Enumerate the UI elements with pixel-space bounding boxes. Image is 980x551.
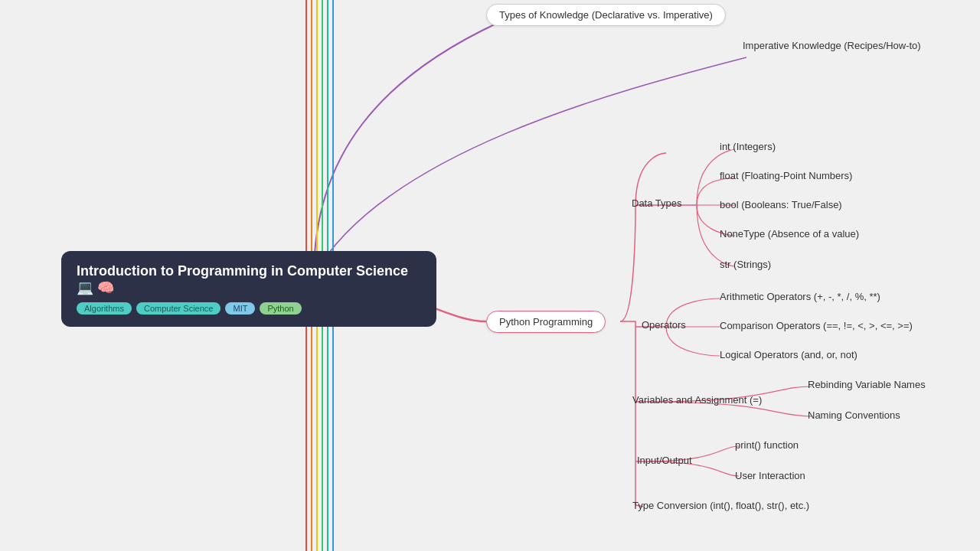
arithmetic-label: Arithmetic Operators (+, -, *, /, %, **): [720, 291, 880, 302]
naming-label: Naming Conventions: [808, 409, 900, 421]
int-node[interactable]: int (Integers): [720, 139, 776, 153]
python-programming-box: Python Programming: [486, 311, 606, 333]
python-programming-label: Python Programming: [499, 316, 593, 328]
float-node[interactable]: float (Floating-Point Numbers): [720, 168, 852, 182]
tag-container: Algorithms Computer Science MIT Python: [77, 302, 421, 315]
python-programming-node[interactable]: Python Programming: [486, 311, 606, 333]
rebinding-node[interactable]: Rebinding Variable Names: [808, 377, 926, 391]
operators-node[interactable]: Operators: [642, 318, 686, 331]
logical-label: Logical Operators (and, or, not): [720, 349, 858, 360]
nonetype-node[interactable]: NoneType (Absence of a value): [720, 227, 859, 240]
operators-label: Operators: [642, 319, 686, 331]
user-interaction-node[interactable]: User Interaction: [735, 468, 805, 482]
imperative-knowledge-label: Imperative Knowledge (Recipes/How-to): [743, 40, 921, 51]
imperative-knowledge-node[interactable]: Imperative Knowledge (Recipes/How-to): [743, 38, 921, 52]
logical-node[interactable]: Logical Operators (and, or, not): [720, 347, 858, 361]
bool-node[interactable]: bool (Booleans: True/False): [720, 197, 842, 211]
types-of-knowledge-node[interactable]: Types of Knowledge (Declarative vs. Impe…: [486, 4, 726, 26]
data-types-label: Data Types: [632, 197, 682, 209]
int-label: int (Integers): [720, 141, 776, 152]
main-title: Introduction to Programming in Computer …: [77, 263, 421, 296]
tag-computer-science: Computer Science: [136, 302, 221, 315]
types-of-knowledge-label: Types of Knowledge (Declarative vs. Impe…: [499, 9, 713, 21]
tag-python: Python: [260, 302, 301, 315]
str-label: str (Strings): [720, 259, 771, 270]
type-conversion-node[interactable]: Type Conversion (int(), float(), str(), …: [632, 498, 809, 512]
input-output-node[interactable]: Input/Output: [637, 453, 692, 467]
comparison-node[interactable]: Comparison Operators (==, !=, <, >, <=, …: [720, 318, 913, 332]
variables-node[interactable]: Variables and Assignment (=): [632, 393, 762, 406]
rebinding-label: Rebinding Variable Names: [808, 379, 926, 390]
tag-algorithms: Algorithms: [77, 302, 132, 315]
type-conversion-label: Type Conversion (int(), float(), str(), …: [632, 500, 809, 511]
comparison-label: Comparison Operators (==, !=, <, >, <=, …: [720, 320, 913, 331]
bool-label: bool (Booleans: True/False): [720, 199, 842, 210]
print-node[interactable]: print() function: [735, 438, 799, 452]
mindmap-canvas: Introduction to Programming in Computer …: [0, 0, 980, 551]
variables-label: Variables and Assignment (=): [632, 394, 762, 406]
float-label: float (Floating-Point Numbers): [720, 170, 852, 181]
user-interaction-label: User Interaction: [735, 470, 805, 481]
input-output-label: Input/Output: [637, 455, 692, 466]
data-types-node[interactable]: Data Types: [632, 196, 682, 210]
str-node[interactable]: str (Strings): [720, 257, 771, 271]
naming-node[interactable]: Naming Conventions: [808, 408, 900, 422]
print-label: print() function: [735, 439, 799, 451]
types-of-knowledge-box: Types of Knowledge (Declarative vs. Impe…: [486, 4, 726, 26]
title-card: Introduction to Programming in Computer …: [61, 251, 436, 327]
tag-mit: MIT: [225, 302, 255, 315]
arithmetic-node[interactable]: Arithmetic Operators (+, -, *, /, %, **): [720, 289, 880, 303]
nonetype-label: NoneType (Absence of a value): [720, 228, 859, 240]
